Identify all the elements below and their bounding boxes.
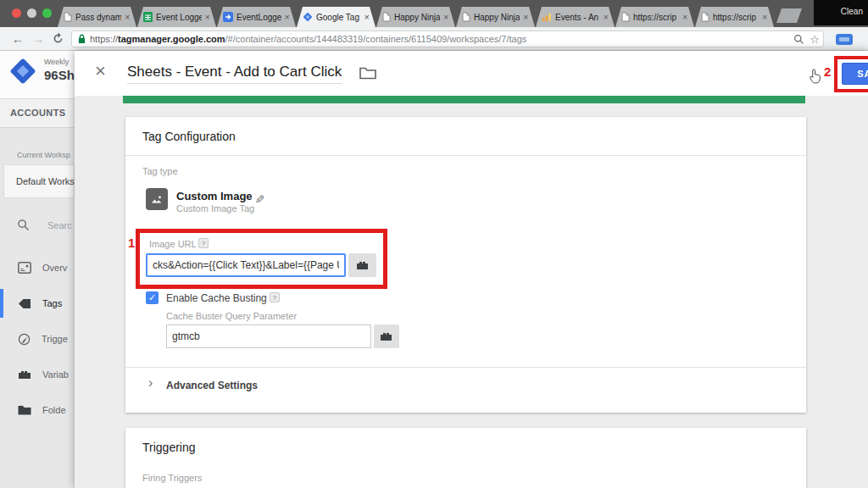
- url-scheme: https://: [90, 34, 118, 44]
- browser-tab[interactable]: EventLogge×: [217, 7, 296, 27]
- tab-close-icon[interactable]: ×: [205, 13, 210, 22]
- image-url-input[interactable]: [146, 253, 346, 277]
- tab-strip: Pass dynam×Event Logge×EventLogge×Google…: [0, 7, 868, 27]
- active-nav-indicator: [0, 289, 3, 318]
- tab-close-icon[interactable]: ×: [682, 13, 687, 22]
- tab-close-icon[interactable]: ×: [443, 13, 448, 22]
- sidebar-item-label: Variab: [42, 369, 69, 380]
- image-url-help-icon[interactable]: ?: [198, 238, 209, 248]
- annotation-2: 2: [824, 64, 831, 79]
- tab-title: Events - An: [555, 13, 600, 22]
- tag-title-input[interactable]: Sheets - Event - Add to Cart Click: [127, 64, 342, 84]
- sidebar-item-trigge[interactable]: Trigge: [0, 328, 75, 350]
- address-bar[interactable]: https://tagmanager.google.com/#/containe…: [71, 30, 824, 47]
- editor-header: × Sheets - Event - Add to Cart Click 2 S…: [75, 51, 868, 96]
- gtm-sidebar: Weekly 96Sh ACCOUNTS Current Worksp Defa…: [0, 51, 75, 488]
- document-icon: [382, 12, 391, 22]
- tag-type-label: Tag type: [142, 166, 178, 176]
- reload-icon[interactable]: [53, 33, 64, 44]
- tab-close-icon[interactable]: ×: [762, 13, 767, 22]
- browser-tab[interactable]: Event Logge×: [137, 7, 216, 27]
- advanced-settings-toggle[interactable]: Advanced Settings: [166, 380, 258, 391]
- recorder-clean-button[interactable]: Clean: [814, 0, 868, 25]
- back-icon[interactable]: ←: [12, 32, 24, 46]
- gtm-diamond-icon: [303, 12, 313, 22]
- cache-param-input[interactable]: [166, 324, 371, 348]
- document-icon: [462, 12, 470, 22]
- window-titlebar: Pass dynam×Event Logge×EventLogge×Google…: [0, 0, 868, 27]
- sidebar-item-label: Tags: [42, 298, 62, 308]
- cache-busting-help-icon[interactable]: ?: [270, 292, 280, 302]
- screen: Pass dynam×Event Logge×EventLogge×Google…: [0, 0, 868, 488]
- tab-close-icon[interactable]: ×: [604, 13, 609, 22]
- sidebar-item-label: Folde: [42, 405, 66, 415]
- sidebar-item-folde[interactable]: Folde: [0, 399, 75, 421]
- browser-tab[interactable]: Happy Ninja×: [456, 7, 535, 27]
- card-heading: Triggering: [142, 441, 196, 454]
- forward-icon[interactable]: →: [32, 32, 44, 46]
- tag-type-name: Custom Image: [176, 190, 253, 202]
- tab-close-icon[interactable]: ×: [285, 13, 290, 22]
- extension-icon[interactable]: [836, 34, 853, 45]
- document-icon: [701, 12, 709, 22]
- tag-icon: [18, 298, 31, 309]
- gtm-logo-area: Weekly 96Sh: [0, 51, 75, 99]
- custom-image-icon: [146, 188, 168, 210]
- browser-tab[interactable]: Events - An×: [536, 7, 615, 27]
- tab-close-icon[interactable]: ×: [523, 13, 528, 22]
- sidebar-item-tags[interactable]: Tags: [0, 292, 75, 314]
- image-url-label: Image URL: [149, 239, 197, 249]
- variable-picker-icon[interactable]: [374, 324, 399, 348]
- tab-title: Event Logge: [156, 13, 202, 22]
- document-icon: [64, 12, 72, 22]
- sidebar-item-variab[interactable]: Variab: [0, 363, 75, 385]
- tab-close-icon[interactable]: ×: [364, 13, 370, 22]
- progress-bar: [123, 96, 805, 103]
- browser-tab[interactable]: Pass dynam×: [58, 7, 136, 27]
- tab-title: https://scrip: [713, 13, 759, 22]
- edit-pencil-icon[interactable]: ✎: [253, 194, 266, 204]
- account-label: Weekly: [44, 58, 69, 66]
- variable-picker-icon[interactable]: [348, 253, 376, 277]
- search-icon[interactable]: [17, 219, 30, 231]
- sidebar-item-label: Overv: [42, 263, 67, 273]
- sidebar-item-overv[interactable]: Overv: [0, 257, 75, 279]
- cache-busting-checkbox[interactable]: ✓: [146, 291, 159, 304]
- tab-title: https://scrip: [633, 13, 679, 22]
- close-icon[interactable]: ×: [95, 60, 106, 82]
- workspace-selector[interactable]: Default Works: [3, 164, 75, 198]
- cache-busting-label: Enable Cache Busting: [166, 292, 267, 304]
- url-path: /#/container/accounts/144483319/containe…: [225, 34, 527, 44]
- browser-tab[interactable]: Happy Ninja×: [376, 7, 455, 27]
- current-workspace-label: Current Worksp: [17, 151, 70, 159]
- browser-tab[interactable]: https://scrip×: [695, 7, 774, 27]
- browser-toolbar: ← → https://tagmanager.google.com/#/cont…: [0, 27, 868, 51]
- blue-app-icon: [223, 12, 233, 22]
- folder-icon[interactable]: [359, 66, 376, 80]
- save-button[interactable]: SAVE: [842, 63, 868, 85]
- tab-title: Happy Ninja: [394, 13, 440, 22]
- tab-close-icon[interactable]: ×: [125, 13, 130, 22]
- tag-configuration-card[interactable]: Tag Configuration Tag type Custom Image …: [125, 117, 806, 413]
- folder-icon: [18, 405, 31, 415]
- browser-tab[interactable]: Google Tag×: [297, 7, 376, 27]
- tab-title: Pass dynam: [75, 13, 121, 22]
- tab-title: Google Tag: [316, 13, 361, 22]
- document-icon: [621, 12, 630, 22]
- annotation-1: 1: [128, 236, 135, 250]
- tag-type-subtitle: Custom Image Tag: [176, 203, 254, 214]
- card-heading: Tag Configuration: [142, 130, 236, 143]
- firing-triggers-label: Firing Triggers: [142, 473, 202, 483]
- tab-title: Happy Ninja: [474, 13, 520, 22]
- tab-accounts[interactable]: ACCOUNTS: [0, 99, 75, 128]
- zoom-icon[interactable]: [793, 34, 804, 45]
- hand-cursor: [809, 68, 821, 84]
- sheets-green-icon: [143, 12, 153, 22]
- triggering-card[interactable]: Triggering Firing Triggers: [125, 428, 806, 488]
- sidebar-item-label: Trigge: [42, 334, 68, 344]
- url-domain: tagmanager.google.com: [118, 34, 225, 44]
- browser-tab[interactable]: https://scrip×: [615, 7, 694, 27]
- bookmark-star-icon[interactable]: ☆: [810, 33, 820, 46]
- search-input[interactable]: Searc: [47, 220, 72, 230]
- chevron-right-icon[interactable]: ›: [148, 375, 153, 391]
